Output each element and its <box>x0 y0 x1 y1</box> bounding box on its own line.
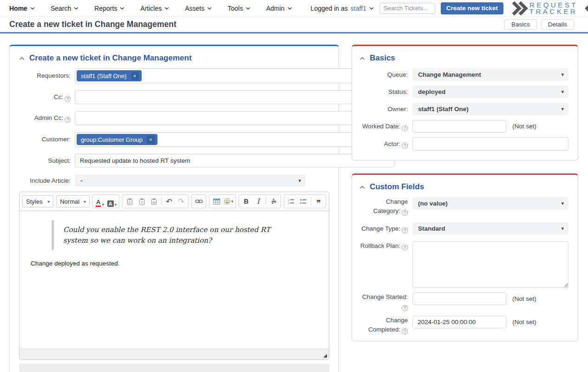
change-category-select[interactable]: (no value) <box>412 197 568 210</box>
menu-articles[interactable]: Articles <box>140 5 169 12</box>
customer-token[interactable]: group:Customer Group × <box>77 134 157 145</box>
menu-tools[interactable]: Tools <box>228 5 250 12</box>
remove-token-icon[interactable]: × <box>131 72 139 80</box>
menu-reports[interactable]: Reports <box>94 5 124 12</box>
logged-in-username: staff1 <box>351 5 366 12</box>
help-icon[interactable] <box>402 227 408 233</box>
queue-label: Queue: <box>359 70 412 80</box>
requestors-label: Requestors: <box>19 71 75 80</box>
subject-row: Subject: <box>19 154 339 167</box>
resize-handle-icon[interactable] <box>323 354 327 358</box>
smiley-icon[interactable] <box>223 196 234 207</box>
undo-icon[interactable]: ↶ <box>163 196 175 207</box>
paragraph-format-combo[interactable]: Normal <box>56 195 90 207</box>
page-header: Create a new ticket in Change Management… <box>0 17 588 33</box>
collapse-chevron-icon[interactable] <box>19 57 25 60</box>
admin-cc-input[interactable] <box>75 111 394 125</box>
page-title: Create a new ticket in Change Management <box>9 20 504 29</box>
help-icon[interactable] <box>402 143 408 149</box>
remove-token-icon[interactable]: × <box>147 136 155 144</box>
styles-combo[interactable]: Styles <box>22 195 53 207</box>
status-row: Status: deployed <box>359 86 568 98</box>
rollback-plan-textarea[interactable] <box>412 241 568 288</box>
chevron-down-icon <box>164 7 169 10</box>
collapse-chevron-icon[interactable] <box>359 186 365 189</box>
subject-label: Subject: <box>19 156 75 166</box>
subject-input[interactable] <box>75 154 394 167</box>
include-article-label: Include Article: <box>19 176 75 186</box>
custom-fields-panel: Custom Fields Change Category: (no value… <box>352 173 578 341</box>
attachments-dropzone[interactable] <box>19 364 329 372</box>
actor-input[interactable] <box>412 137 568 151</box>
help-icon[interactable] <box>65 117 71 123</box>
help-icon[interactable] <box>402 328 408 334</box>
change-type-label: Change Type: <box>359 224 412 233</box>
cc-label: Cc: <box>19 93 75 102</box>
help-icon[interactable] <box>402 125 408 131</box>
form-section-title: Create a new ticket in Change Management <box>29 53 192 63</box>
editor-content[interactable]: Could you enable the REST 2.0 interface … <box>20 211 329 349</box>
menu-home[interactable]: Home <box>9 5 35 12</box>
search-tickets-input[interactable] <box>379 3 435 14</box>
admin-cc-row: Admin Cc: <box>19 111 339 125</box>
menu-assets[interactable]: Assets <box>185 5 212 12</box>
chevron-down-icon <box>287 7 292 10</box>
toolbar-separator <box>311 197 311 206</box>
svg-text:1: 1 <box>288 199 289 201</box>
help-icon[interactable] <box>402 245 408 251</box>
requestors-input[interactable]: staff1 (Staff One) × <box>75 68 394 83</box>
help-icon[interactable] <box>402 210 408 216</box>
basics-panel: Basics Queue: Change Management Status: … <box>352 45 578 160</box>
paste-icon[interactable] <box>124 196 135 207</box>
menu-admin[interactable]: Admin <box>266 5 292 12</box>
cc-row: Cc: <box>19 90 339 104</box>
collapse-chevron-icon[interactable] <box>359 57 365 60</box>
paste-from-word-icon[interactable]: W <box>148 196 159 207</box>
worked-date-row: Worked Date: (Not set) <box>359 120 568 133</box>
chevron-down-icon <box>369 7 374 10</box>
table-icon[interactable] <box>211 196 222 207</box>
status-select[interactable]: deployed <box>412 86 568 98</box>
page-header-tabs: Basics Details <box>504 19 574 30</box>
paste-as-text-icon[interactable]: T <box>136 196 147 207</box>
menu-search[interactable]: Search <box>51 5 78 12</box>
owner-select[interactable]: staff1 (Staff One) <box>412 103 568 115</box>
bold-icon[interactable]: B <box>241 196 252 207</box>
help-icon[interactable] <box>402 305 408 311</box>
customer-input[interactable]: group:Customer Group × <box>75 132 394 147</box>
svg-text:2: 2 <box>288 202 289 205</box>
change-started-label: Change Started: <box>359 292 412 311</box>
italic-icon[interactable]: I <box>253 196 264 207</box>
numbered-list-icon[interactable]: 12 <box>286 196 297 207</box>
rt-logo[interactable]: REQUEST TRACKER <box>512 0 588 17</box>
toolbar-separator <box>161 197 162 206</box>
change-category-label: Change Category: <box>359 197 412 216</box>
requestor-token[interactable]: staff1 (Staff One) × <box>77 70 142 81</box>
message-editor: Styles Normal A A T W <box>19 192 329 360</box>
queue-select[interactable]: Change Management <box>412 68 568 81</box>
cc-input[interactable] <box>75 90 394 104</box>
logged-in-menu[interactable]: Logged in as staff1 <box>311 5 374 12</box>
blockquote-icon[interactable]: ❞ <box>313 196 324 207</box>
bulleted-list-icon[interactable] <box>298 196 309 207</box>
logged-in-label: Logged in as <box>311 5 348 12</box>
change-completed-input[interactable] <box>412 316 506 328</box>
include-article-select[interactable]: - <box>75 174 306 187</box>
change-type-select[interactable]: Standard <box>412 222 568 235</box>
link-icon[interactable] <box>193 196 204 207</box>
top-nav: Home Search Reports Articles Assets Tool… <box>0 0 588 17</box>
right-column: Basics Queue: Change Management Status: … <box>352 45 578 341</box>
change-completed-row: Change Completed: (Not set) <box>359 316 568 334</box>
customer-row: Customer: group:Customer Group × <box>19 132 339 147</box>
tab-basics[interactable]: Basics <box>504 19 537 30</box>
worked-date-input[interactable] <box>412 120 506 133</box>
help-icon[interactable] <box>65 96 71 102</box>
create-new-ticket-button[interactable]: Create new ticket <box>441 2 503 14</box>
text-color-icon[interactable]: A <box>94 196 105 207</box>
reply-text: Change deployed as requested. <box>31 260 318 267</box>
actor-label: Actor: <box>359 140 412 149</box>
tab-details[interactable]: Details <box>541 19 574 30</box>
background-color-icon[interactable]: A <box>106 196 118 207</box>
remove-format-icon[interactable]: Ix <box>268 196 279 207</box>
change-started-input[interactable] <box>412 292 506 305</box>
